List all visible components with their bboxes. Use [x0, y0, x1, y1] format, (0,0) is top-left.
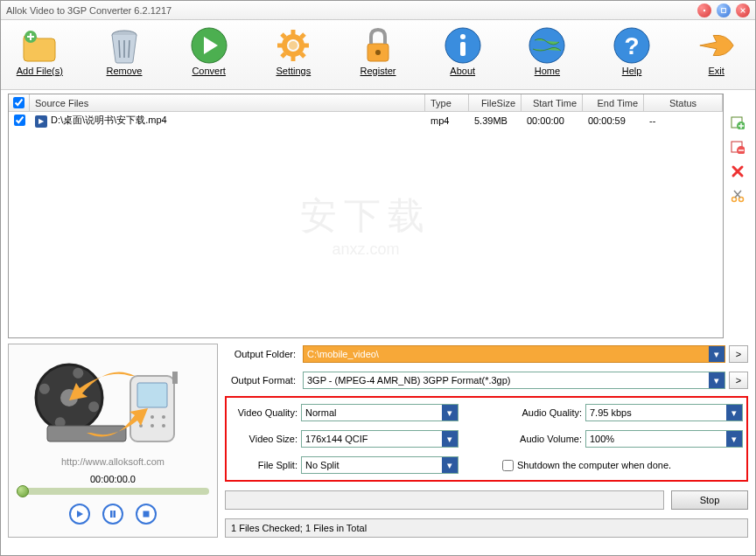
svg-rect-1 — [722, 8, 726, 12]
seek-bar[interactable] — [17, 488, 209, 495]
remove-item-button[interactable] — [730, 139, 746, 155]
delete-button[interactable] — [730, 163, 746, 179]
output-folder-select[interactable]: C:\mobile_video\ ▾ — [303, 345, 725, 363]
svg-point-10 — [460, 34, 466, 39]
chevron-down-icon[interactable]: ▾ — [726, 431, 742, 447]
side-buttons — [727, 94, 748, 338]
video-quality-select[interactable]: Normal▾ — [301, 404, 458, 421]
svg-point-8 — [375, 50, 381, 55]
add-files-button[interactable]: Add File(s) — [11, 25, 68, 87]
file-split-select[interactable]: No Split▾ — [301, 456, 458, 474]
format-details-button[interactable]: > — [729, 372, 748, 389]
file-status-cell: -- — [644, 115, 723, 126]
header-start[interactable]: Start Time — [522, 94, 583, 111]
file-split-label: File Split: — [227, 460, 301, 470]
audio-quality-label: Audio Quality: — [511, 407, 585, 418]
output-format-row: Output Format: 3GP - (MPEG-4 AMR_NB) 3GP… — [225, 370, 748, 391]
chevron-down-icon[interactable]: ▾ — [726, 405, 742, 420]
trash-icon — [104, 25, 144, 66]
content-area: Source Files Type FileSize Start Time En… — [1, 90, 755, 555]
file-list-body: ▶D:\桌面\说明书\安下载.mp4 mp4 5.39MB 00:00:00 0… — [9, 112, 723, 337]
svg-point-35 — [162, 424, 165, 427]
stop-button[interactable]: Stop — [671, 490, 748, 510]
file-row[interactable]: ▶D:\桌面\说明书\安下载.mp4 mp4 5.39MB 00:00:00 0… — [9, 112, 723, 129]
header-end[interactable]: End Time — [583, 94, 644, 111]
svg-point-6 — [289, 41, 298, 50]
home-button[interactable]: Home — [519, 25, 576, 87]
file-split-row: File Split: No Split▾ Shutdown the compu… — [227, 455, 743, 475]
output-format-select[interactable]: 3GP - (MPEG-4 AMR_NB) 3GPP Format(*.3gp)… — [303, 372, 725, 389]
window-title: Allok Video to 3GP Converter 6.2.1217 — [6, 5, 692, 16]
file-checkbox[interactable] — [14, 115, 25, 126]
audio-quality-select[interactable]: 7.95 kbps▾ — [585, 404, 743, 421]
preview-time: 00:00:00.0 — [90, 474, 136, 484]
info-icon — [443, 25, 483, 66]
preview-play-button[interactable] — [69, 504, 90, 525]
remove-button[interactable]: Remove — [96, 25, 153, 87]
preview-stop-button[interactable] — [136, 504, 157, 525]
file-list: Source Files Type FileSize Start Time En… — [8, 94, 724, 338]
audio-volume-select[interactable]: 100%▾ — [585, 430, 743, 448]
main-toolbar: Add File(s) Remove Convert Settings Regi… — [1, 20, 755, 90]
video-file-icon: ▶ — [35, 115, 47, 128]
seek-thumb[interactable] — [17, 485, 29, 497]
svg-point-12 — [529, 28, 564, 63]
progress-row: Stop — [225, 490, 748, 510]
svg-point-32 — [162, 415, 165, 419]
browse-folder-button[interactable]: > — [729, 345, 748, 363]
app-window: Allok Video to 3GP Converter 6.2.1217 Ad… — [0, 0, 756, 556]
watermark: 安下载 anxz.com — [300, 191, 431, 259]
chevron-down-icon[interactable]: ▾ — [442, 457, 458, 473]
preview-pause-button[interactable] — [102, 504, 123, 525]
header-source[interactable]: Source Files — [30, 94, 425, 111]
chevron-down-icon[interactable]: ▾ — [442, 405, 458, 420]
preview-controls — [69, 504, 157, 525]
close-button[interactable] — [736, 3, 750, 17]
output-format-label: Output Format: — [225, 375, 299, 386]
file-area: Source Files Type FileSize Start Time En… — [8, 94, 748, 338]
exit-button[interactable]: Exit — [688, 25, 745, 87]
check-all[interactable] — [13, 97, 24, 108]
file-size-cell: 5.39MB — [469, 115, 522, 126]
minimize-button[interactable] — [697, 3, 711, 17]
register-button[interactable]: Register — [350, 25, 407, 87]
video-size-row: Video Size: 176x144 QCIF▾ Audio Volume: … — [227, 429, 743, 448]
header-type[interactable]: Type — [425, 94, 469, 111]
svg-point-0 — [704, 9, 705, 10]
svg-text:?: ? — [624, 32, 639, 59]
header-status[interactable]: Status — [644, 94, 723, 111]
svg-point-31 — [150, 415, 154, 419]
maximize-button[interactable] — [717, 3, 731, 17]
convert-button[interactable]: Convert — [180, 25, 237, 87]
settings-panel: Output Folder: C:\mobile_video\ ▾ > Outp… — [225, 344, 748, 538]
progress-bar — [225, 490, 664, 510]
video-size-label: Video Size: — [227, 434, 301, 444]
gear-icon — [273, 25, 313, 66]
svg-rect-39 — [144, 511, 150, 518]
chevron-down-icon[interactable]: ▾ — [709, 346, 724, 362]
file-end-cell: 00:00:59 — [583, 115, 644, 126]
about-button[interactable]: About — [434, 25, 491, 87]
output-folder-row: Output Folder: C:\mobile_video\ ▾ > — [225, 344, 748, 365]
header-size[interactable]: FileSize — [469, 94, 522, 111]
shutdown-checkbox-row: Shutdown the computer when done. — [502, 460, 671, 471]
svg-rect-29 — [137, 383, 167, 407]
video-quality-label: Video Quality: — [227, 407, 301, 418]
svg-rect-11 — [460, 42, 466, 56]
chevron-down-icon[interactable]: ▾ — [709, 372, 724, 388]
file-type-cell: mp4 — [425, 115, 469, 126]
folder-add-icon — [19, 25, 60, 66]
lower-area: http://www.alloksoft.com 00:00:00.0 Outp… — [8, 344, 748, 538]
title-bar: Allok Video to 3GP Converter 6.2.1217 — [1, 1, 755, 20]
chevron-down-icon[interactable]: ▾ — [442, 431, 458, 447]
cut-button[interactable] — [730, 188, 746, 204]
exit-arrow-icon — [696, 25, 737, 66]
help-button[interactable]: ? Help — [604, 25, 661, 87]
preview-panel: http://www.alloksoft.com 00:00:00.0 — [8, 344, 218, 538]
settings-button[interactable]: Settings — [265, 25, 322, 87]
question-icon: ? — [612, 25, 652, 66]
add-item-button[interactable] — [730, 115, 746, 130]
header-check[interactable] — [9, 94, 30, 111]
video-size-select[interactable]: 176x144 QCIF▾ — [301, 430, 458, 448]
shutdown-checkbox[interactable] — [502, 460, 514, 471]
